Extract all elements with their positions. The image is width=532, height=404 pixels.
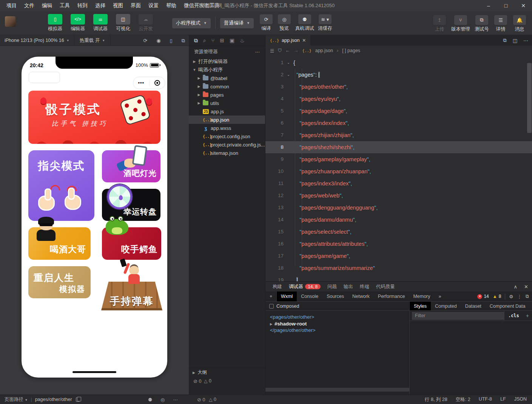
code-line-8[interactable]: 8 "pages/shezhi/shezhi", xyxy=(265,141,532,153)
shadow-root-node[interactable]: #shadow-root xyxy=(270,321,405,327)
mode-button-云开发[interactable]: ☁云开发 xyxy=(137,14,155,32)
compile-select[interactable]: 普通编译▼ xyxy=(220,18,254,28)
mode-button-模拟器[interactable]: ▯模拟器 xyxy=(46,14,64,32)
more-tabs-icon[interactable]: » xyxy=(435,291,446,301)
file-app.json[interactable]: {..}app.json xyxy=(189,116,265,124)
panel-tab-调试器[interactable]: 调试器14, 8 xyxy=(286,282,323,291)
stop-icon[interactable]: ◉ xyxy=(156,38,160,43)
devtools-tab-Sources[interactable]: Sources xyxy=(322,291,348,301)
code-line-2[interactable]: 2⌄ "pages": [ xyxy=(265,69,532,81)
wxml-scrollbar[interactable] xyxy=(265,388,409,392)
editor-more-icon[interactable]: ⋯ xyxy=(523,38,528,43)
devtools-settings-icon[interactable]: ⚙ xyxy=(509,294,513,299)
extensions-icon[interactable]: ⊞ xyxy=(220,37,224,43)
menu-设置[interactable]: 设置 xyxy=(145,1,162,10)
action-清缓存[interactable]: ≋ ▾清缓存 xyxy=(318,14,332,32)
status-item[interactable]: JSON xyxy=(514,396,527,403)
devtools-warning-count[interactable]: ▲8 xyxy=(493,294,501,299)
preview-eye-icon[interactable]: ◎ xyxy=(160,397,165,402)
file-common[interactable]: ▶common xyxy=(189,82,265,91)
devtools-tab-Wxml[interactable]: Wxml xyxy=(277,291,297,301)
tile-fingertip-mode[interactable]: 指尖模式 xyxy=(28,150,94,221)
git-branch-icon[interactable]: ⑂ xyxy=(211,37,214,43)
menu-编辑[interactable]: 编辑 xyxy=(39,1,56,10)
file-sitemap.json[interactable]: {..}sitemap.json xyxy=(189,149,265,157)
close-panel-icon[interactable]: ✕ xyxy=(524,284,528,290)
menu-选择[interactable]: 选择 xyxy=(92,1,109,10)
status-item[interactable]: UTF-8 xyxy=(479,396,492,403)
file-pages[interactable]: ▶pages xyxy=(189,91,265,99)
devtools-tab-Memory[interactable]: Memory xyxy=(409,291,434,301)
status-item[interactable]: 空格: 2 xyxy=(456,396,470,403)
capsule-close-icon[interactable] xyxy=(150,80,165,86)
action-编译[interactable]: ⟳编译 xyxy=(259,14,273,32)
devtools-kebab-icon[interactable]: ⋮ xyxy=(517,294,522,299)
tile-handheld-danmu[interactable]: 手持弹幕 xyxy=(101,264,162,313)
bookmark-icon[interactable]: ⛉ xyxy=(278,48,281,54)
add-style-icon[interactable]: + xyxy=(523,313,532,319)
explorer-icon[interactable]: ⧉ xyxy=(194,37,198,44)
more-dots-icon[interactable]: ••• xyxy=(133,80,149,86)
back-icon[interactable]: ← xyxy=(285,48,290,53)
file-app.js[interactable]: JSapp.js xyxy=(189,107,265,116)
editor-scrollbar[interactable] xyxy=(527,63,532,133)
code-line-14[interactable]: 14 "pages/danmu/danmu", xyxy=(265,214,532,226)
wxml-tree[interactable]: <pages/other/other> #shadow-root </pages… xyxy=(265,311,409,337)
multi-window-icon[interactable]: ⧉ xyxy=(182,38,185,44)
devtools-popout-icon[interactable]: ⧉ xyxy=(526,294,529,299)
devtools-tab-Console[interactable]: Console xyxy=(297,291,322,301)
open-changes-icon[interactable]: ⧉ xyxy=(503,37,506,43)
device-selector[interactable]: iPhone 12/13 (Pro) 100% 16▼ xyxy=(0,35,74,46)
minimize-button[interactable]: – xyxy=(480,0,497,11)
code-line-5[interactable]: 5 "pages/dage/dage", xyxy=(265,105,532,117)
page-path-label[interactable]: 页面路径 ▼ xyxy=(5,396,28,403)
open-editors-section[interactable]: ▶打开的编辑器 xyxy=(189,57,265,66)
user-avatar[interactable] xyxy=(5,16,15,27)
statusbar-more-icon[interactable]: ⋯ xyxy=(173,397,178,402)
menu-转到[interactable]: 转到 xyxy=(74,1,91,10)
action-真机调试[interactable]: ⚉真机调试 xyxy=(295,14,314,32)
styles-tab-Dataset[interactable]: Dataset xyxy=(461,302,486,310)
vconsole-bug-icon[interactable]: ⚉ xyxy=(148,397,152,402)
styles-tab-Component-Data[interactable]: Component Data xyxy=(486,302,530,310)
cls-toggle[interactable]: .cls xyxy=(504,311,523,321)
file-utils[interactable]: ▶utils xyxy=(189,99,265,107)
capsule-menu[interactable]: ••• xyxy=(133,77,165,89)
style-filter-input[interactable] xyxy=(412,312,504,320)
project-root[interactable]: ▼喝酒小程序 xyxy=(189,66,265,74)
code-line-17[interactable]: 17 "pages/game/game", xyxy=(265,250,532,262)
phone-frame-icon[interactable]: ▯ xyxy=(170,38,173,43)
breadcrumb-node[interactable]: [ ] pages xyxy=(342,48,360,53)
mode-button-可视化[interactable]: ◫可视化 xyxy=(114,14,132,32)
mode-button-调试器[interactable]: ⚌调试器 xyxy=(91,14,109,32)
outline-section[interactable]: ▶ 大纲 xyxy=(189,368,265,377)
tab-app-json[interactable]: {..} app.json ✕ xyxy=(265,35,310,46)
breadcrumb-file[interactable]: app.json xyxy=(315,48,333,53)
file-project.private.config.js...[interactable]: {..}project.private.config.js... xyxy=(189,140,265,149)
status-item[interactable]: 行 8, 列 28 xyxy=(425,396,447,403)
panel-tab-构建[interactable]: 构建 xyxy=(270,282,285,291)
tile-crocodile[interactable]: 咬手鳄鱼 xyxy=(102,227,161,260)
mode-select[interactable]: 小程序模式▼ xyxy=(172,18,211,28)
action-版本管理[interactable]: ⑂版本管理 xyxy=(451,15,470,32)
hot-reload-toggle[interactable]: 热重载 开▼ xyxy=(74,35,111,46)
code-line-11[interactable]: 11 "pages/index3/index", xyxy=(265,177,532,190)
menu-文件[interactable]: 文件 xyxy=(21,1,38,10)
code-line-12[interactable]: 12 "pages/web/web", xyxy=(265,190,532,202)
close-tab-icon[interactable]: ✕ xyxy=(302,38,306,43)
code-line-18[interactable]: 18 "pages/summarize/summarize" xyxy=(265,262,532,274)
code-line-6[interactable]: 6 "pages/index/index", xyxy=(265,117,532,129)
panel-tab-输出[interactable]: 输出 xyxy=(341,282,356,291)
code-line-3[interactable]: 3 "pages/other/other", xyxy=(265,81,532,93)
tile-dice-mode[interactable]: 骰子模式 比手气 拼技巧 xyxy=(28,91,160,144)
code-line-13[interactable]: 13 "pages/dengguang/dengguang", xyxy=(265,202,532,214)
code-line-16[interactable]: 16 "pages/attributes/attributes", xyxy=(265,238,532,250)
styles-tab-Styles[interactable]: Styles xyxy=(410,302,431,310)
devtools-error-count[interactable]: ✕14 xyxy=(477,294,489,299)
file-@babel[interactable]: ▶@babel xyxy=(189,74,265,82)
panel-tab-问题[interactable]: 问题 xyxy=(325,282,339,291)
code-line-9[interactable]: 9 "pages/gameplay/gameplay", xyxy=(265,153,532,165)
devtools-tab-Network[interactable]: Network xyxy=(348,291,374,301)
copy-icon[interactable] xyxy=(76,398,80,402)
menu-帮助[interactable]: 帮助 xyxy=(163,1,180,10)
